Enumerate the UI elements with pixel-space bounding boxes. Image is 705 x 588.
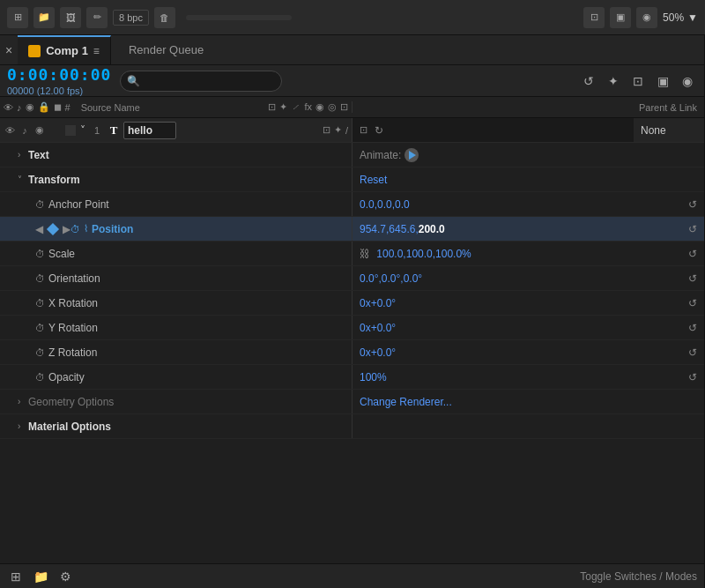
settings-bottom-icon[interactable]: ⚙	[56, 568, 74, 585]
scale-value[interactable]: 100.0,100.0,100.0%	[376, 248, 471, 260]
z-rotation-link-icon[interactable]: ↺	[688, 346, 697, 359]
brush-icon[interactable]: ✏	[86, 7, 108, 28]
y-rotation-stopwatch-icon[interactable]: ⏱	[35, 323, 45, 333]
layer-3d-icon[interactable]: ⊡	[360, 124, 367, 136]
x-rotation-stopwatch-icon[interactable]: ⏱	[35, 298, 45, 309]
anchor-stopwatch-icon[interactable]: ⏱	[35, 199, 45, 210]
zoom-value: 50%	[663, 11, 684, 24]
trash-icon[interactable]: 🗑	[154, 7, 175, 28]
audio-col-icon: ♪	[17, 102, 22, 113]
image-icon[interactable]: 🖼	[60, 7, 81, 28]
opacity-prop-left: ⏱ Opacity	[0, 365, 352, 389]
orientation-prop-label: Orientation	[48, 272, 100, 285]
layers-area[interactable]: 👁 ♪ ◉ ˅ 1 T hello ⊡ ✦ /	[0, 118, 704, 563]
position-graph-icon[interactable]: ⌇	[84, 223, 88, 234]
layer-solo-icon[interactable]: ◉	[33, 124, 46, 136]
kf-prev-arrow[interactable]: ◀	[35, 223, 43, 235]
transform-prop-right: Reset	[352, 167, 704, 191]
box-3d-icon[interactable]: ⊡	[628, 71, 648, 91]
y-rotation-value[interactable]: 0x+0.0°	[360, 322, 396, 334]
position-value-part2[interactable]: 200.0	[419, 223, 445, 235]
x-rotation-prop-label: X Rotation	[48, 297, 98, 309]
monitor-icon[interactable]: ⊡	[583, 7, 605, 28]
comp-color-box	[28, 45, 41, 57]
position-value-part1[interactable]: 954.7,645.6,	[360, 223, 419, 235]
chevron-down-icon[interactable]: ▼	[687, 11, 698, 24]
opacity-value[interactable]: 100%	[360, 371, 387, 383]
globe-icon[interactable]: ◉	[678, 71, 697, 91]
star-icon[interactable]: ✦	[604, 71, 623, 91]
layer-fx-icon[interactable]: ⊡	[323, 124, 330, 136]
transform-expand-arrow[interactable]: ˅	[18, 175, 28, 184]
close-icon[interactable]: ×	[0, 43, 18, 57]
num-col-icon: #	[65, 102, 70, 113]
glasses-icon[interactable]: ◉	[636, 7, 657, 28]
eye-col-icon: 👁	[4, 102, 13, 113]
geometry-expand-arrow[interactable]: ›	[18, 397, 28, 406]
z-rotation-prop-left: ⏱ Z Rotation	[0, 340, 352, 364]
folder-icon[interactable]: 📁	[33, 7, 55, 28]
layer-edit-icon[interactable]: /	[345, 125, 348, 136]
layer-rotate-icon[interactable]: ↻	[375, 124, 383, 137]
layer-row: 👁 ♪ ◉ ˅ 1 T hello ⊡ ✦ /	[0, 118, 704, 143]
motion-col-icon: ◉	[315, 101, 324, 113]
scale-stopwatch-icon[interactable]: ⏱	[35, 249, 45, 259]
folder-bottom-icon[interactable]: 📁	[32, 568, 49, 585]
tab-render-queue[interactable]: Render Queue	[111, 35, 221, 64]
anchor-value[interactable]: 0.0,0.0,0.0	[360, 198, 410, 211]
layer-blend-icon[interactable]: ✦	[334, 124, 342, 136]
spiral-icon[interactable]: ↺	[579, 71, 598, 91]
opacity-link-icon[interactable]: ↺	[688, 371, 697, 383]
x-rotation-value[interactable]: 0x+0.0°	[360, 297, 396, 309]
scale-link-icon[interactable]: ↺	[688, 248, 697, 260]
bottom-bar: ⊞ 📁 ⚙ Toggle Switches / Modes	[0, 563, 704, 588]
new-comp-icon[interactable]: ⊞	[7, 568, 25, 585]
change-renderer-link[interactable]: Change Renderer...	[360, 396, 452, 408]
parent-value[interactable]: None	[641, 124, 685, 137]
layer-audio-icon[interactable]: ♪	[19, 125, 31, 136]
opacity-stopwatch-icon[interactable]: ⏱	[35, 372, 45, 383]
anchor-link-icon[interactable]: ↺	[688, 198, 697, 211]
text-prop-label: Text	[28, 149, 49, 161]
x-rotation-row: ⏱ X Rotation 0x+0.0° ↺	[0, 291, 704, 316]
layer-eye-icon[interactable]: 👁	[4, 125, 16, 136]
timecode-display[interactable]: 0:00:00:00	[7, 65, 113, 84]
grid-icon[interactable]: ⊞	[7, 7, 28, 28]
text-layer-icon: T	[107, 123, 121, 138]
chain-icon[interactable]: ⛓	[360, 248, 370, 260]
text-expand-arrow[interactable]: ›	[18, 150, 28, 160]
z-rotation-stopwatch-icon[interactable]: ⏱	[35, 347, 45, 358]
orientation-link-icon[interactable]: ↺	[688, 272, 697, 285]
position-prop-left: ◀ ▶ ⏱ ⌇ Position	[0, 217, 352, 241]
y-rotation-prop-left: ⏱ Y Rotation	[0, 316, 352, 339]
tab-comp1[interactable]: Comp 1 ≡	[18, 35, 111, 64]
layer-timeline-bar[interactable]: ⊡ ↻	[352, 118, 634, 142]
layer-name-field[interactable]: hello	[123, 122, 176, 139]
search-input[interactable]	[120, 71, 282, 92]
toggle-switches-label[interactable]: Toggle Switches / Modes	[580, 570, 697, 583]
expand-layer-arrow[interactable]: ˅	[80, 124, 85, 137]
scale-row: ⏱ Scale ⛓ 100.0,100.0,100.0% ↺	[0, 242, 704, 266]
fps-label: 00000 (12.00 fps)	[7, 86, 113, 96]
position-stopwatch-icon[interactable]: ⏱	[70, 224, 80, 234]
x-rotation-link-icon[interactable]: ↺	[688, 297, 697, 309]
kf-next-arrow[interactable]: ▶	[63, 223, 70, 235]
layer-number: 1	[90, 125, 104, 136]
text-property-row: › Text Animate:	[0, 143, 704, 167]
tab-menu-icon[interactable]: ≡	[93, 45, 100, 57]
position-value-group: 954.7,645.6,200.0	[360, 223, 445, 235]
animate-button[interactable]	[404, 148, 419, 162]
geometry-prop-right: Change Renderer...	[352, 390, 704, 413]
y-rotation-link-icon[interactable]: ↺	[688, 322, 697, 334]
z-rotation-value[interactable]: 0x+0.0°	[360, 346, 396, 359]
position-link-icon[interactable]: ↺	[688, 223, 697, 235]
film-icon[interactable]: ▣	[653, 71, 672, 91]
material-expand-arrow[interactable]: ›	[18, 421, 28, 431]
material-prop-left: › Material Options	[0, 414, 352, 438]
position-row: ◀ ▶ ⏱ ⌇ Position 954.7,645.6,200.0 ↺	[0, 217, 704, 242]
orientation-value[interactable]: 0.0°,0.0°,0.0°	[360, 272, 422, 285]
reset-link[interactable]: Reset	[360, 174, 387, 186]
keyframe-diamond[interactable]	[47, 222, 59, 234]
orientation-stopwatch-icon[interactable]: ⏱	[35, 273, 45, 284]
display-icon[interactable]: ▣	[610, 7, 631, 28]
